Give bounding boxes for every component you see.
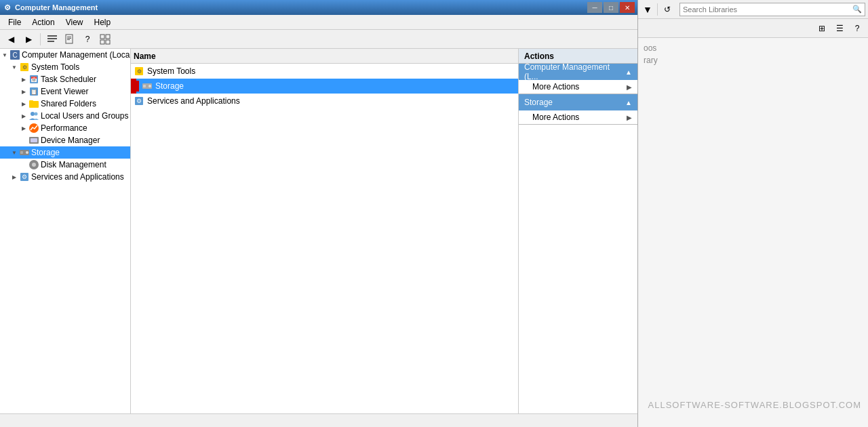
tree-device-manager-label: Device Manager [41,136,100,145]
red-indicator [134,81,139,92]
properties-button[interactable] [62,32,78,47]
storage-section-title: Storage [524,98,553,107]
more-actions-row-1[interactable]: More Actions ▶ [519,80,637,94]
menu-bar: File Action View Help [0,15,637,30]
storage-expand[interactable]: ▼ [9,148,19,157]
tree-item-performance[interactable]: ▶ Performance [0,122,130,134]
tree-item-system-tools[interactable]: ▼ ⚙ System Tools [0,61,130,73]
forward-button[interactable]: ▶ [20,32,37,47]
computer-management-section-header[interactable]: Computer Management (L... ▲ [519,64,637,80]
services-apps-icon: ⚙ [19,171,30,182]
svg-point-37 [149,85,151,87]
event-viewer-expand[interactable]: ▶ [19,87,28,96]
svg-rect-27 [20,151,23,154]
back-button[interactable]: ◀ [3,32,19,47]
tree-item-shared-folders[interactable]: ▶ Shared Folders [0,98,130,110]
actions-section-storage: Storage ▲ More Actions ▶ [519,94,637,125]
explorer-sep [657,3,658,16]
computer-management-section-title: Computer Management (L... [524,62,625,81]
view-list-btn[interactable]: ☰ [831,21,848,36]
svg-rect-4 [67,37,71,37]
tree-root-label: Computer Management (Local [22,50,130,60]
device-manager-expand[interactable]: ▶ [19,136,28,145]
explorer-text-1: oos [644,43,863,53]
maximize-button[interactable]: □ [604,2,618,13]
tree-disk-management-label: Disk Management [41,160,106,169]
task-scheduler-expand[interactable]: ▶ [19,75,28,84]
tree-task-scheduler-label: Task Scheduler [41,75,96,84]
minimize-button[interactable]: ─ [587,2,602,13]
tree-root[interactable]: ▼ C Computer Management (Local [0,49,130,61]
menu-file[interactable]: File [3,16,26,28]
center-row-system-tools-label: System Tools [147,66,195,76]
tree-item-device-manager[interactable]: ▶ Device Manager [0,134,130,146]
root-expand[interactable]: ▼ [0,50,9,60]
tree-shared-folders-label: Shared Folders [41,99,96,108]
shared-folders-icon [28,98,39,109]
event-viewer-icon: 📋 [28,86,39,97]
disk-management-icon [28,159,39,170]
tree-item-event-viewer[interactable]: ▶ 📋 Event Viewer [0,85,130,98]
explorer-text-2: rary [644,56,863,65]
system-tools-icon: ⚙ [19,62,30,73]
computer-management-collapse[interactable]: ▲ [625,68,632,76]
svg-point-22 [35,113,38,116]
center-row-services-label: Services and Applications [147,96,240,106]
main-container: ▼ C Computer Management (Local ▼ ⚙ Syste… [0,49,637,413]
system-tools-expand[interactable]: ▼ [9,62,19,72]
extra-button[interactable] [97,32,113,47]
tree-item-services-apps[interactable]: ▶ ⚙ Services and Applications [0,171,130,183]
view-layout-btn[interactable]: ⊞ [814,21,830,36]
search-icon: 🔍 [852,5,862,14]
shared-folders-expand[interactable]: ▶ [19,99,28,108]
help-button[interactable]: ? [79,32,96,47]
performance-expand[interactable]: ▶ [19,123,28,133]
menu-action[interactable]: Action [26,16,60,28]
storage-collapse[interactable]: ▲ [625,99,632,106]
show-hide-button[interactable] [44,32,60,47]
tree-item-local-users[interactable]: ▶ Local Users and Groups [0,110,130,122]
center-header: Name [131,49,518,64]
search-box: 🔍 [679,3,865,16]
storage-row-bar [186,81,322,91]
tree-item-disk-management[interactable]: ▶ Disk Management [0,159,130,171]
help-btn-explorer[interactable]: ? [849,21,865,36]
svg-text:⚙: ⚙ [22,64,27,70]
explorer-panel: ▼ ↺ 🔍 ⊞ ☰ ? oos rary [637,0,868,427]
window-title: Computer Management [15,3,587,12]
tree-item-storage[interactable]: ▼ Storage [0,146,130,159]
root-icon: C [9,49,20,60]
menu-help[interactable]: Help [89,16,117,28]
actions-header: Actions [519,49,637,64]
center-panel: Name ⚙ System Tools [131,49,519,413]
local-users-expand[interactable]: ▶ [19,111,28,121]
tree-event-viewer-label: Event Viewer [41,87,88,96]
explorer-content: oos rary [638,38,868,70]
center-row-storage-label: Storage [155,81,184,91]
storage-section-header[interactable]: Storage ▲ [519,94,637,110]
menu-view[interactable]: View [60,16,89,28]
center-row-system-tools[interactable]: ⚙ System Tools [131,64,518,79]
system-tools-row-icon: ⚙ [134,66,144,77]
svg-rect-36 [143,85,146,87]
title-bar: ⚙ Computer Management ─ □ ✕ [0,0,637,15]
svg-rect-0 [47,35,57,37]
more-actions-label-2: More Actions [532,113,579,122]
storage-icon [19,147,30,158]
close-button[interactable]: ✕ [620,2,635,13]
more-actions-row-2[interactable]: More Actions ▶ [519,110,637,124]
explorer-dropdown[interactable]: ▼ [641,3,654,16]
center-row-storage[interactable]: Storage [131,79,518,94]
tree-item-task-scheduler[interactable]: ▶ 📅 Task Scheduler [0,73,130,85]
more-actions-arrow-1: ▶ [627,83,632,91]
services-apps-expand[interactable]: ▶ [9,172,19,182]
center-row-services[interactable]: ⚙ Services and Applications [131,94,518,108]
svg-point-28 [26,151,28,154]
svg-text:C: C [12,52,17,59]
device-manager-icon [28,135,39,146]
explorer-back[interactable]: ↺ [660,3,674,16]
search-input[interactable] [683,5,852,14]
local-users-icon [28,110,39,121]
svg-text:⚙: ⚙ [22,174,27,180]
explorer-toolbar: ▼ ↺ 🔍 [638,0,868,19]
